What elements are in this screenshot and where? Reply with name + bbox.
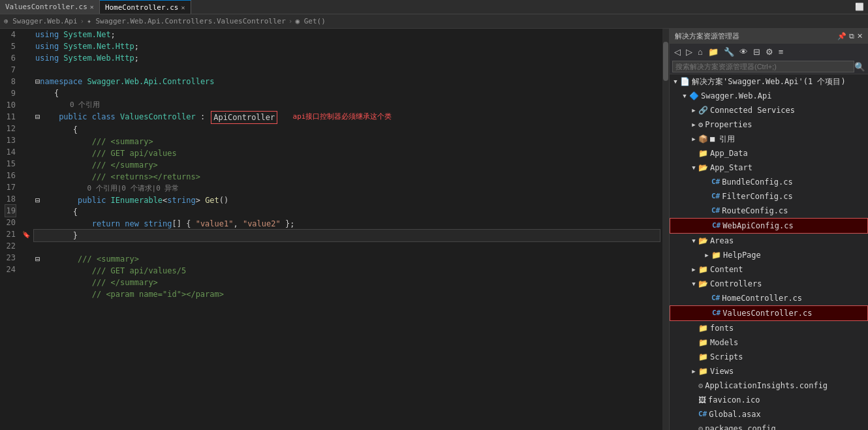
- sol-back-btn[interactable]: ◁: [672, 46, 683, 57]
- tree-appinsights-config[interactable]: ▶ ⚙ ApplicationInsights.config: [670, 378, 868, 393]
- sol-properties-btn[interactable]: 🔧: [722, 46, 736, 57]
- code-line-13: /// GET api/values: [34, 147, 660, 159]
- tab-home-controller-label: HomeController.cs: [105, 3, 179, 12]
- tree-views[interactable]: ▶ 📁 Views: [670, 364, 868, 378]
- tree-app-start[interactable]: ▼ 📂 App_Start: [670, 161, 868, 175]
- tree-label-route-config: RouteConfig.cs: [722, 204, 788, 217]
- tab-values-controller[interactable]: ValuesController.cs ✕: [0, 0, 100, 14]
- tree-label-models: Models: [710, 336, 738, 349]
- tree-scripts[interactable]: ▶ 📁 Scripts: [670, 350, 868, 364]
- tree-webapi-config[interactable]: ▶ C# WebApiConfig.cs: [670, 218, 868, 234]
- gutter: 🔖: [21, 29, 31, 430]
- code-line-10: ⊟ public class ValuesController : ApiCon…: [34, 111, 660, 124]
- tree-label-properties: Properties: [705, 118, 752, 131]
- sol-settings-btn[interactable]: ⚙: [764, 46, 775, 57]
- tree-favicon[interactable]: ▶ 🖼 favicon.ico: [670, 393, 868, 407]
- config-appinsights-icon: ⚙: [698, 379, 703, 392]
- cs-webapi-icon: C#: [712, 219, 721, 232]
- tree-arrow-helppage: ▶: [702, 249, 711, 262]
- tree-home-controller[interactable]: ▶ C# HomeController.cs: [670, 291, 868, 305]
- tree-arrow-content: ▶: [689, 263, 698, 276]
- tree-arrow-views: ▶: [689, 365, 698, 378]
- tree-project[interactable]: ▼ 🔷 Swagger.Web.Api: [670, 89, 868, 103]
- tree-label-content: Content: [710, 263, 743, 276]
- tree-label-filter-config: FilterConfig.cs: [722, 190, 792, 203]
- tree-helppage[interactable]: ▶ 📁 HelpPage: [670, 248, 868, 262]
- search-input[interactable]: [672, 61, 854, 72]
- code-line-4: using System.Net;: [34, 29, 660, 40]
- code-line-18: return new string [] { "value1" , "value…: [34, 218, 660, 230]
- breadcrumb-method: ◉ Get(): [295, 17, 325, 25]
- tree-references[interactable]: ▶ 📦 ■ 引用: [670, 132, 868, 146]
- tree-route-config[interactable]: ▶ C# RouteConfig.cs: [670, 204, 868, 218]
- tab-home-controller[interactable]: HomeController.cs ✕: [100, 0, 191, 14]
- sol-preview-btn[interactable]: 👁: [737, 46, 750, 57]
- tree-models[interactable]: ▶ 📁 Models: [670, 335, 868, 350]
- tab-home-controller-close[interactable]: ✕: [181, 4, 185, 11]
- tree-arrow-references: ▶: [689, 132, 698, 146]
- tree-values-controller[interactable]: ▶ C# ValuesController.cs: [670, 305, 868, 321]
- tree-properties[interactable]: ▶ ⚙ Properties: [670, 117, 868, 132]
- pin-btn[interactable]: 📌: [837, 32, 846, 40]
- folder-scripts-icon: 📁: [698, 350, 708, 363]
- tree-bundle-config[interactable]: ▶ C# BundleConfig.cs: [670, 175, 868, 189]
- breadcrumb-sep1: ›: [80, 17, 85, 25]
- packages-config-icon: ⚙: [698, 422, 703, 430]
- cs-bundle-icon: C#: [711, 176, 720, 189]
- code-line-5: using System.Net.Http;: [34, 40, 660, 52]
- tree-packages-config[interactable]: ▶ ⚙ packages.config: [670, 422, 868, 430]
- code-line-refcount1: 0 个引用: [34, 99, 660, 111]
- folder-app-data-icon: 📁: [698, 147, 708, 160]
- tree-label-values-controller: ValuesController.cs: [722, 307, 812, 320]
- solution-tree[interactable]: ▼ 📄 解决方案'Swagger.Web.Api'(1 个项目) ▼ 🔷 Swa…: [670, 74, 868, 430]
- code-content[interactable]: using System.Net; using System.Net.Http;…: [31, 29, 662, 430]
- solution-explorer-header: 解决方案资源管理器 📌 ⧉ ✕: [670, 29, 868, 44]
- code-line-22: /// GET api/values/5: [34, 265, 660, 277]
- sol-show-all-btn[interactable]: 📁: [706, 46, 721, 57]
- connected-services-icon: 🔗: [698, 104, 708, 117]
- solution-explorer-panel: 解决方案资源管理器 📌 ⧉ ✕ ◁ ▷ ⌂ 📁 🔧 👁 ⊟ ⚙ ≡ 🔍 ▼: [669, 29, 868, 430]
- code-line-7: [34, 64, 660, 76]
- solution-icon: 📄: [680, 75, 690, 88]
- breadcrumb-project: ⊕ Swagger.Web.Api: [4, 17, 78, 25]
- tree-controllers[interactable]: ▼ 📂 Controllers: [670, 277, 868, 291]
- solution-explorer-title: 解决方案资源管理器: [675, 31, 739, 41]
- tree-arrow-properties: ▶: [689, 118, 698, 131]
- sol-extra-btn[interactable]: ≡: [777, 46, 786, 57]
- code-line-19: }: [34, 230, 660, 241]
- editor-scrollbar[interactable]: [662, 29, 669, 430]
- folder-helppage-icon: 📁: [711, 249, 721, 262]
- code-area[interactable]: 4 5 6 7 8 9 10 11 12 13 14 15 16 17 18: [0, 29, 669, 430]
- code-line-21: ⊟ /// <summary>: [34, 253, 660, 265]
- tree-content[interactable]: ▶ 📁 Content: [670, 262, 868, 277]
- editor-maximize-btn[interactable]: ⬜: [851, 0, 868, 14]
- tab-values-controller-close[interactable]: ✕: [90, 3, 94, 10]
- cs-home-icon: C#: [711, 292, 720, 305]
- search-submit-btn[interactable]: 🔍: [854, 62, 865, 72]
- tree-app-data[interactable]: ▶ 📁 App_Data: [670, 146, 868, 161]
- tree-filter-config[interactable]: ▶ C# FilterConfig.cs: [670, 189, 868, 204]
- sol-collapse-btn[interactable]: ⊟: [751, 46, 762, 57]
- float-btn[interactable]: ⧉: [849, 32, 854, 40]
- folder-fonts-icon: 📁: [698, 322, 708, 335]
- sol-forward-btn[interactable]: ▷: [684, 46, 694, 57]
- tree-label-controllers: Controllers: [710, 277, 762, 290]
- tree-global-asax[interactable]: ▶ C# Global.asax: [670, 407, 868, 422]
- close-btn[interactable]: ✕: [857, 32, 863, 40]
- code-line-11: {: [34, 124, 660, 136]
- tree-label-bundle-config: BundleConfig.cs: [722, 176, 792, 189]
- code-line-9: {: [34, 87, 660, 99]
- editor-panel: 4 5 6 7 8 9 10 11 12 13 14 15 16 17 18: [0, 29, 669, 430]
- tree-label-solution: 解决方案'Swagger.Web.Api'(1 个项目): [692, 75, 846, 88]
- code-line-23: /// </summary>: [34, 277, 660, 288]
- tree-areas[interactable]: ▼ 📂 Areas: [670, 234, 868, 248]
- code-line-15: /// <returns></returns>: [34, 171, 660, 183]
- solution-explorer-header-btns: 📌 ⧉ ✕: [837, 32, 863, 40]
- tree-connected-services[interactable]: ▶ 🔗 Connected Services: [670, 103, 868, 117]
- tree-label-references: ■ 引用: [710, 132, 735, 146]
- breadcrumb-controller: ✦ Swagger.Web.Api.Controllers.ValuesCont…: [87, 17, 286, 25]
- tree-fonts[interactable]: ▶ 📁 fonts: [670, 321, 868, 335]
- tree-solution-root[interactable]: ▼ 📄 解决方案'Swagger.Web.Api'(1 个项目): [670, 74, 868, 89]
- folder-app-start-icon: 📂: [698, 161, 708, 174]
- sol-home-btn[interactable]: ⌂: [696, 46, 705, 57]
